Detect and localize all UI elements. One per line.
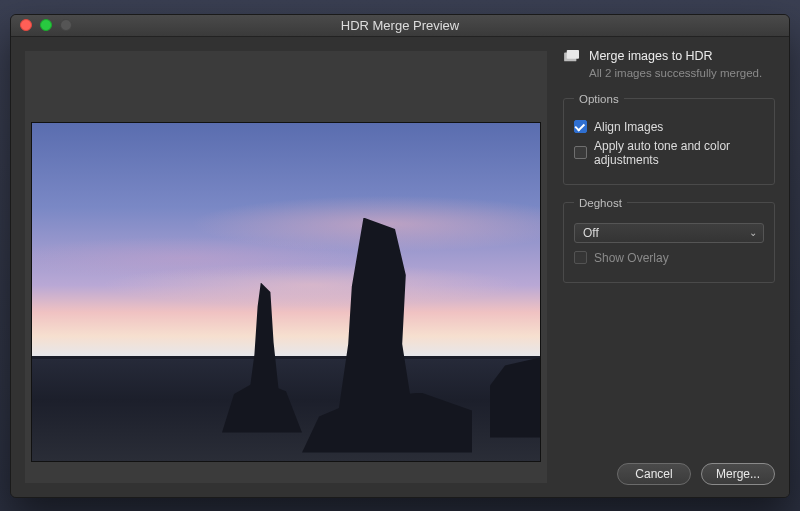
auto-tone-checkbox[interactable] xyxy=(574,146,587,159)
dialog-footer: Cancel Merge... xyxy=(563,453,775,485)
chevron-down-icon: ⌄ xyxy=(749,228,757,238)
deghost-legend: Deghost xyxy=(574,197,627,209)
close-window-button[interactable] xyxy=(20,19,32,31)
preview-pane xyxy=(11,37,557,497)
hdr-stack-icon xyxy=(563,49,581,63)
align-images-row[interactable]: Align Images xyxy=(574,120,764,134)
window-controls xyxy=(11,19,72,31)
window-title: HDR Merge Preview xyxy=(11,18,789,33)
show-overlay-row: Show Overlay xyxy=(574,251,764,265)
cancel-button[interactable]: Cancel xyxy=(617,463,691,485)
deghost-amount-select[interactable]: Off ⌄ xyxy=(574,223,764,243)
deghost-group: Deghost Off ⌄ Show Overlay xyxy=(563,197,775,283)
merged-image-preview[interactable] xyxy=(31,122,541,462)
preview-viewport xyxy=(25,51,547,483)
hdr-merge-preview-window: HDR Merge Preview xyxy=(10,14,790,498)
merge-header: Merge images to HDR xyxy=(563,49,775,63)
side-panel: Merge images to HDR All 2 images success… xyxy=(557,37,789,497)
align-images-label: Align Images xyxy=(594,120,663,134)
options-group: Options Align Images Apply auto tone and… xyxy=(563,93,775,185)
titlebar: HDR Merge Preview xyxy=(11,15,789,37)
options-legend: Options xyxy=(574,93,624,105)
zoom-window-button xyxy=(60,19,72,31)
svg-rect-1 xyxy=(567,49,579,58)
auto-tone-row[interactable]: Apply auto tone and color adjustments xyxy=(574,139,764,167)
merge-button[interactable]: Merge... xyxy=(701,463,775,485)
show-overlay-label: Show Overlay xyxy=(594,251,669,265)
deghost-selected-value: Off xyxy=(583,226,599,240)
align-images-checkbox[interactable] xyxy=(574,120,587,133)
merge-header-label: Merge images to HDR xyxy=(589,49,713,63)
auto-tone-label: Apply auto tone and color adjustments xyxy=(594,139,764,167)
merge-status-text: All 2 images successfully merged. xyxy=(589,67,775,79)
minimize-window-button[interactable] xyxy=(40,19,52,31)
content-area: Merge images to HDR All 2 images success… xyxy=(11,37,789,497)
show-overlay-checkbox xyxy=(574,251,587,264)
